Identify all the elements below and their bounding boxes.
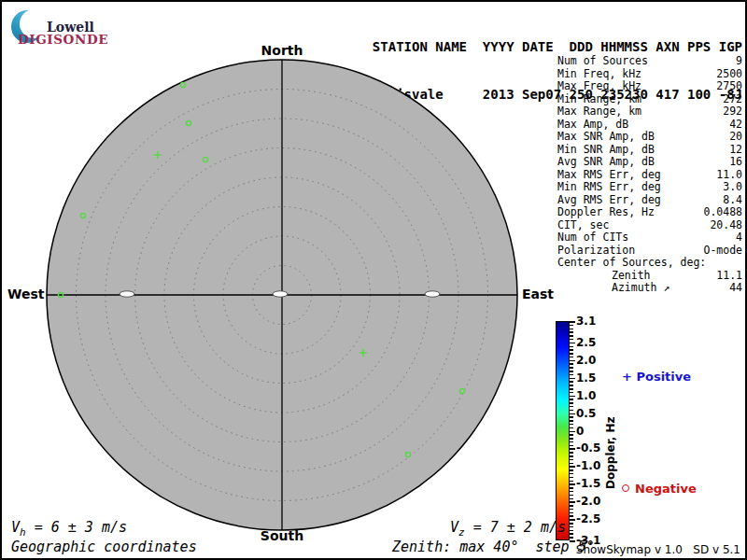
colorbar-minor-tick	[570, 487, 573, 489]
colorbar-tick-label: -0.5	[576, 441, 600, 455]
colorbar-minor-tick	[570, 505, 573, 507]
colorbar-minor-tick	[570, 329, 573, 330]
colorbar-tick-label: 2.0	[576, 354, 596, 367]
doppler-axis-label: Doppler, Hz	[604, 416, 617, 489]
colorbar-major-tick	[570, 378, 575, 380]
colorbar-minor-tick	[570, 349, 573, 351]
colorbar-minor-tick	[570, 515, 573, 517]
colorbar-major-tick	[570, 413, 575, 415]
colorbar-minor-tick	[570, 335, 573, 337]
doppler-colorbar	[556, 321, 570, 540]
colorbar-minor-tick	[570, 402, 573, 404]
vertical-velocity-readout: Vz = 7 ± 2 m/s	[450, 519, 566, 539]
colorbar-minor-tick	[570, 498, 573, 500]
colorbar-tick-label: 1.5	[576, 371, 596, 385]
legend-negative: Negative	[622, 482, 697, 496]
colorbar-minor-tick	[570, 509, 573, 511]
colorbar-minor-tick	[570, 325, 573, 327]
colorbar-minor-tick	[570, 473, 573, 475]
colorbar-major-tick	[570, 448, 575, 450]
colorbar-minor-tick	[570, 339, 573, 341]
colorbar-minor-tick	[570, 427, 573, 429]
colorbar-minor-tick	[570, 388, 573, 390]
colorbar-minor-tick	[570, 416, 573, 418]
colorbar-minor-tick	[570, 406, 573, 408]
colorbar-minor-tick	[570, 353, 573, 355]
colorbar-minor-tick	[570, 526, 573, 528]
legend-negative-label: Negative	[635, 482, 697, 496]
colorbar-tick-label: -1.0	[576, 459, 600, 472]
colorbar-minor-tick	[570, 455, 573, 457]
white-oval-marker	[425, 291, 440, 297]
open-circle-icon	[622, 484, 629, 492]
colorbar-minor-tick	[570, 367, 573, 369]
colorbar-major-tick	[570, 519, 575, 521]
vz-subscript: z	[458, 526, 465, 539]
compass-south-label: South	[261, 528, 303, 543]
colorbar-minor-tick	[570, 357, 573, 358]
plus-icon: +	[622, 370, 632, 384]
colorbar-minor-tick	[570, 363, 573, 365]
colorbar-minor-tick	[570, 424, 573, 426]
white-oval-marker	[273, 291, 288, 297]
legend-positive: + Positive	[622, 370, 691, 384]
colorbar-major-tick	[570, 360, 575, 362]
colorbar-minor-tick	[570, 530, 573, 532]
colorbar-tick-label: 3.1	[576, 315, 596, 328]
colorbar-minor-tick	[570, 463, 573, 465]
colorbar-minor-tick	[570, 331, 573, 333]
colorbar-tick-label: -1.5	[576, 477, 600, 490]
vh-value: = 6 ± 3 m/s	[26, 519, 127, 536]
compass-east-label: East	[522, 287, 554, 301]
colorbar-minor-tick	[570, 452, 573, 454]
colorbar-minor-tick	[570, 477, 573, 479]
compass-north-label: North	[261, 43, 303, 58]
colorbar-minor-tick	[570, 481, 573, 483]
colorbar-tick-label: 0.5	[576, 407, 596, 420]
colorbar-tick-label: 0	[576, 425, 584, 438]
colorbar-minor-tick	[570, 399, 573, 400]
vz-symbol: V	[450, 519, 458, 536]
vz-value: = 7 ± 2 m/s	[465, 519, 566, 536]
skymap-window: Lowell DIGISONDE STATION NAME YYYY DATE …	[0, 0, 747, 560]
colorbar-minor-tick	[570, 533, 573, 535]
colorbar-tick-label: -2.0	[576, 495, 600, 508]
colorbar-minor-tick	[570, 523, 573, 525]
colorbar-minor-tick	[570, 385, 573, 386]
colorbar-major-tick	[570, 483, 575, 485]
horizontal-velocity-readout: Vh = 6 ± 3 m/s	[11, 519, 127, 539]
colorbar-minor-tick	[570, 441, 573, 443]
colorbar-minor-tick	[570, 495, 573, 497]
colorbar-minor-tick	[570, 445, 573, 447]
skymap-polar-plot	[2, 2, 747, 560]
colorbar-tick-label: -2.5	[576, 512, 600, 525]
colorbar-minor-tick	[570, 512, 573, 514]
colorbar-tick-label: 1.0	[576, 389, 596, 402]
compass-west-label: West	[7, 287, 44, 301]
colorbar-minor-tick	[570, 410, 573, 412]
vh-subscript: h	[20, 526, 26, 539]
colorbar-major-tick	[570, 396, 575, 398]
colorbar-minor-tick	[570, 371, 573, 372]
colorbar-major-tick	[570, 466, 575, 468]
vh-symbol: V	[11, 519, 20, 536]
colorbar-major-tick	[570, 321, 575, 323]
white-oval-marker	[120, 291, 134, 297]
legend-positive-label: Positive	[636, 370, 691, 384]
colorbar-major-tick	[570, 431, 575, 433]
coordinates-mode-label: Geographic coordinates	[11, 539, 197, 555]
colorbar-minor-tick	[570, 381, 573, 383]
colorbar-minor-tick	[570, 420, 573, 422]
colorbar-major-tick	[570, 343, 575, 344]
colorbar-tick-label: 2.5	[576, 336, 596, 349]
colorbar-major-tick	[570, 501, 575, 503]
colorbar-minor-tick	[570, 459, 573, 461]
colorbar-minor-tick	[570, 438, 573, 440]
colorbar-minor-tick	[570, 434, 573, 436]
colorbar-minor-tick	[570, 469, 573, 471]
colorbar-minor-tick	[570, 392, 573, 394]
colorbar-minor-tick	[570, 374, 573, 376]
zenith-grid-note: Zenith: max 40° step 5°	[392, 539, 595, 555]
colorbar-minor-tick	[570, 491, 573, 493]
software-version-label: ShowSkymap v 1.0 SD v 5.1	[576, 543, 740, 556]
